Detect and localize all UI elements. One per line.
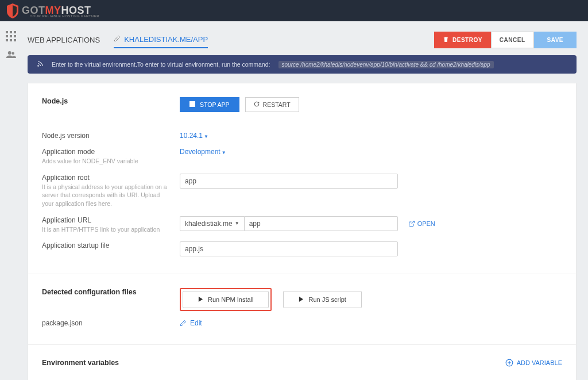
mode-select[interactable]: Development▼ [180, 148, 226, 156]
svg-rect-2 [14, 31, 16, 33]
logo-tagline: YOUR RELIABLE HOSTING PARTNER [30, 14, 99, 18]
url-label: Application URL [42, 216, 180, 224]
save-button[interactable]: SAVE [534, 32, 577, 48]
nodejs-title: Node.js [42, 97, 68, 105]
destroy-button[interactable]: DESTROY [434, 32, 491, 48]
svg-rect-12 [189, 101, 195, 107]
svg-rect-1 [10, 31, 12, 33]
root-label: Application root [42, 174, 180, 182]
breadcrumb-current[interactable]: KHALEDISTIAK.ME/APP [114, 32, 208, 48]
env-title: Environment variables [42, 359, 119, 367]
logo-shield-icon [6, 3, 20, 18]
edit-link[interactable]: Edit [180, 319, 202, 327]
play-icon [299, 296, 304, 303]
run-js-button[interactable]: Run JS script [283, 291, 361, 308]
nodejs-panel: Node.js STOP APP RESTART Node.js version… [28, 83, 577, 380]
breadcrumb-current-label: KHALEDISTIAK.ME/APP [124, 35, 208, 44]
restart-icon [254, 101, 260, 108]
topbar: GOTMYHOST YOUR RELIABLE HOSTING PARTNER [0, 0, 588, 21]
svg-point-9 [8, 51, 11, 55]
play-icon [198, 296, 203, 303]
chevron-down-icon: ▼ [204, 134, 208, 139]
stop-app-button[interactable]: STOP APP [180, 97, 239, 112]
trash-icon [443, 36, 449, 44]
pencil-icon [114, 35, 121, 44]
rss-icon [37, 60, 44, 68]
info-command[interactable]: source /home2/khaledis/nodevenv/app/10/b… [278, 61, 494, 68]
external-link-icon [408, 220, 415, 227]
svg-rect-5 [14, 35, 16, 37]
sidebar-users-icon[interactable] [0, 45, 22, 64]
chevron-down-icon: ▼ [222, 150, 226, 155]
root-input[interactable] [180, 174, 398, 189]
version-label: Node.js version [42, 132, 180, 140]
pencil-icon [180, 320, 187, 327]
svg-rect-3 [6, 35, 8, 37]
add-variable-button[interactable]: ADD VARIABLE [505, 359, 562, 367]
package-label: package.json [42, 319, 180, 327]
stop-icon [189, 101, 195, 108]
cancel-button[interactable]: CANCEL [491, 32, 534, 48]
breadcrumb: WEB APPLICATIONS KHALEDISTIAK.ME/APP [28, 32, 208, 48]
divider [28, 344, 576, 345]
svg-rect-6 [6, 39, 8, 41]
info-bar: Enter to the virtual environment.To ente… [28, 55, 577, 74]
sidebar-apps-icon[interactable] [0, 27, 22, 45]
plus-circle-icon [505, 359, 513, 367]
url-path-input[interactable] [244, 216, 398, 231]
highlight-box: Run NPM Install [180, 288, 272, 311]
header-row: WEB APPLICATIONS KHALEDISTIAK.ME/APP DES… [28, 27, 577, 48]
svg-rect-4 [10, 35, 12, 37]
npm-install-button[interactable]: Run NPM Install [183, 291, 269, 308]
svg-rect-7 [10, 39, 12, 41]
domain-select[interactable]: khaledistiak.me▼ [180, 216, 244, 231]
svg-rect-0 [6, 31, 8, 33]
svg-rect-8 [14, 39, 16, 41]
divider [28, 274, 576, 274]
action-buttons: DESTROY CANCEL SAVE [434, 32, 577, 48]
version-select[interactable]: 10.24.1▼ [180, 132, 208, 140]
startup-input[interactable] [180, 241, 398, 256]
breadcrumb-root[interactable]: WEB APPLICATIONS [28, 32, 100, 48]
url-help: It is an HTTP/HTTPS link to your applica… [42, 225, 168, 234]
restart-button[interactable]: RESTART [245, 97, 299, 112]
open-link[interactable]: OPEN [408, 220, 435, 227]
mode-label: Application mode [42, 148, 180, 156]
sidebar [0, 21, 22, 380]
startup-label: Application startup file [42, 241, 180, 250]
config-title: Detected configuration files [42, 288, 137, 296]
root-help: It is a physical address to your applica… [42, 183, 168, 208]
destroy-label: DESTROY [452, 37, 482, 43]
svg-point-10 [12, 52, 15, 55]
svg-point-11 [38, 66, 39, 67]
mode-help: Adds value for NODE_ENV variable [42, 157, 168, 166]
info-text: Enter to the virtual environment.To ente… [52, 61, 270, 68]
chevron-down-icon: ▼ [235, 221, 239, 226]
